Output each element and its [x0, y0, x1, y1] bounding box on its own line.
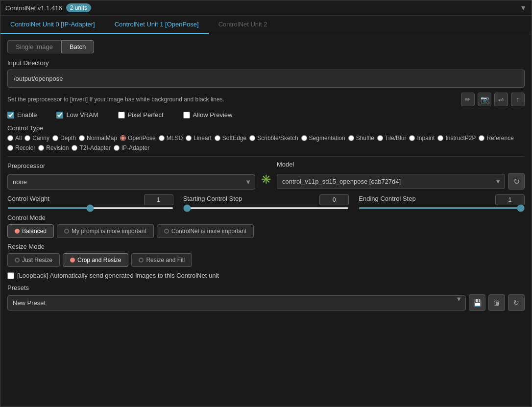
radio-normalmap[interactable]: NormalMap	[79, 135, 117, 142]
control-weight-label: Control Weight	[7, 195, 49, 202]
allow-preview-checkbox-item[interactable]: Allow Preview	[183, 111, 233, 119]
radio-segmentation[interactable]: Segmentation	[301, 135, 345, 142]
radio-instructp2p[interactable]: InstructP2P	[437, 135, 476, 142]
control-type-section: Control Type All Canny Depth NormalMap O…	[7, 124, 525, 151]
resize-mode-section: Resize Mode Just Resize Crop and Resize …	[7, 243, 525, 267]
radio-shuffle[interactable]: Shuffle	[348, 135, 374, 142]
mode-controlnet-label: ControlNet is more important	[171, 228, 246, 235]
control-type-label: Control Type	[7, 124, 525, 132]
loopback-row: [Loopback] Automatically send generated …	[7, 272, 525, 279]
sliders-row: Control Weight Starting Control Step End…	[7, 194, 525, 209]
allow-preview-label: Allow Preview	[193, 111, 233, 119]
starting-step-slider[interactable]	[183, 207, 349, 209]
preset-delete-button[interactable]: 🗑	[488, 294, 505, 311]
preprocessor-select[interactable]: none	[7, 174, 255, 190]
control-type-grid: All Canny Depth NormalMap OpenPose MLSD …	[7, 135, 525, 151]
loopback-label: [Loopback] Automatically send generated …	[17, 272, 219, 279]
star-container: ✳️	[259, 171, 273, 190]
resize-crop-dot	[70, 258, 75, 263]
tab-unit2[interactable]: ControlNet Unit 2	[209, 16, 277, 34]
starting-step-header: Starting Control Step	[183, 194, 349, 205]
low-vram-checkbox-item[interactable]: Low VRAM	[56, 111, 98, 119]
sub-tab-single-image[interactable]: Single Image	[7, 40, 61, 53]
radio-reference[interactable]: Reference	[479, 135, 513, 142]
title-bar: ControlNet v1.1.416 2 units ▼	[0, 0, 532, 16]
radio-inpaint[interactable]: Inpaint	[409, 135, 435, 142]
pixel-perfect-checkbox[interactable]	[118, 112, 125, 119]
tab-unit1[interactable]: ControlNet Unit 1 [OpenPose]	[105, 16, 209, 34]
starting-step-label: Starting Control Step	[183, 195, 242, 202]
radio-canny[interactable]: Canny	[24, 135, 49, 142]
icon-buttons: ✏ 📷 ⇌ ↑	[461, 93, 525, 106]
divider1	[7, 156, 525, 157]
control-weight-header: Control Weight	[7, 194, 173, 205]
low-vram-checkbox[interactable]	[56, 112, 63, 119]
star-icon: ✳️	[259, 171, 273, 188]
radio-ipadapter[interactable]: IP-Adapter	[114, 144, 149, 151]
resize-buttons: Just Resize Crop and Resize Resize and F…	[7, 253, 525, 267]
preset-reload-button[interactable]: ↻	[508, 294, 525, 311]
sub-tab-batch[interactable]: Batch	[61, 40, 94, 53]
preset-save-button[interactable]: 💾	[469, 294, 485, 311]
control-mode-label: Control Mode	[7, 214, 525, 221]
info-row: Set the preprocessor to [invert] If your…	[7, 93, 525, 106]
preprocessor-field: Preprocessor none ▼	[7, 162, 255, 190]
pencil-icon-btn[interactable]: ✏	[461, 93, 475, 106]
control-weight-value[interactable]	[144, 194, 173, 205]
control-weight-slider[interactable]	[7, 207, 173, 209]
model-refresh-button[interactable]: ↻	[508, 173, 525, 190]
ending-step-label: Ending Control Step	[359, 195, 415, 202]
preset-select-wrapper: New Preset ▼	[7, 295, 466, 311]
model-field: Model control_v11p_sd15_openpose [cab727…	[277, 161, 525, 190]
app-container: ControlNet v1.1.416 2 units ▼ ControlNet…	[0, 0, 532, 407]
mode-prompt-important[interactable]: My prompt is more important	[57, 224, 154, 238]
radio-softedge[interactable]: SoftEdge	[215, 135, 246, 142]
preprocessor-select-wrapper: none ▼	[7, 174, 255, 190]
radio-revision[interactable]: Revision	[38, 144, 69, 151]
radio-scribble[interactable]: Scribble/Sketch	[249, 135, 298, 142]
ending-step-slider[interactable]	[359, 207, 525, 209]
radio-lineart[interactable]: Lineart	[186, 135, 212, 142]
upload-icon-btn[interactable]: ↑	[511, 93, 525, 106]
radio-depth[interactable]: Depth	[52, 135, 76, 142]
mode-controlnet-dot	[164, 229, 169, 234]
starting-step-value[interactable]	[319, 194, 349, 205]
input-directory-value[interactable]: /output/openpose	[7, 70, 525, 88]
pixel-perfect-checkbox-item[interactable]: Pixel Perfect	[118, 111, 164, 119]
mode-balanced[interactable]: Balanced	[7, 224, 54, 238]
resize-crop-label: Crop and Resize	[77, 257, 121, 263]
info-text: Set the preprocessor to [invert] If your…	[7, 96, 224, 103]
enable-checkbox[interactable]	[7, 112, 14, 119]
starting-step-col: Starting Control Step	[183, 194, 349, 209]
loopback-checkbox[interactable]	[7, 272, 14, 279]
units-badge: 2 units	[66, 3, 91, 12]
presets-row: New Preset ▼ 💾 🗑 ↻	[7, 294, 525, 311]
preset-select[interactable]: New Preset	[7, 295, 466, 311]
mode-controlnet-important[interactable]: ControlNet is more important	[157, 224, 254, 238]
resize-just-resize[interactable]: Just Resize	[7, 253, 60, 267]
enable-checkbox-item[interactable]: Enable	[7, 111, 37, 119]
radio-recolor[interactable]: Recolor	[7, 144, 35, 151]
radio-all[interactable]: All	[7, 135, 22, 142]
camera-icon-btn[interactable]: 📷	[478, 93, 491, 106]
model-select[interactable]: control_v11p_sd15_openpose [cab727d4]	[277, 174, 505, 189]
radio-mlsd[interactable]: MLSD	[159, 135, 183, 142]
main-content: Single Image Batch Input Directory /outp…	[0, 34, 532, 317]
control-weight-col: Control Weight	[7, 194, 173, 209]
mode-balanced-label: Balanced	[22, 228, 47, 235]
radio-t2iadapter[interactable]: T2I-Adapter	[72, 144, 110, 151]
ending-step-value[interactable]	[495, 194, 525, 205]
resize-crop-resize[interactable]: Crop and Resize	[63, 253, 128, 267]
allow-preview-checkbox[interactable]	[183, 112, 190, 119]
title-bar-left: ControlNet v1.1.416 2 units	[5, 3, 91, 12]
swap-icon-btn[interactable]: ⇌	[494, 93, 508, 106]
resize-fill[interactable]: Resize and Fill	[131, 253, 192, 267]
preprocessor-model-row: Preprocessor none ▼ ✳️ Model control_v11…	[7, 161, 525, 190]
tab-unit0[interactable]: ControlNet Unit 0 [IP-Adapter]	[0, 16, 105, 34]
resize-just-label: Just Resize	[22, 257, 52, 263]
tabs-row: ControlNet Unit 0 [IP-Adapter] ControlNe…	[0, 16, 532, 34]
radio-tileblur[interactable]: Tile/Blur	[377, 135, 407, 142]
radio-openpose[interactable]: OpenPose	[120, 135, 156, 142]
title-arrow-icon[interactable]: ▼	[520, 4, 527, 12]
resize-just-dot	[15, 258, 20, 263]
